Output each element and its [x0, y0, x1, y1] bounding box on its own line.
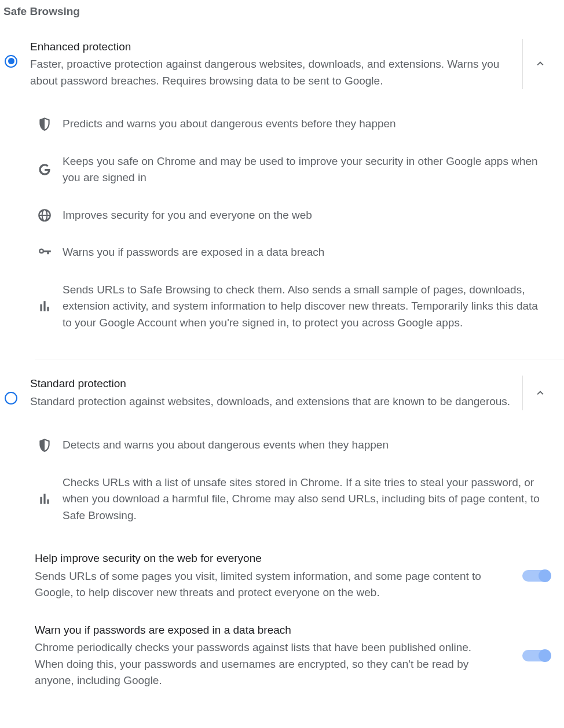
radio-standard[interactable] — [5, 392, 17, 405]
option-enhanced: Enhanced protection Faster, proactive pr… — [2, 36, 564, 348]
feature-row: Warns you if passwords are exposed in a … — [37, 234, 550, 271]
expand-toggle-enhanced[interactable] — [522, 39, 557, 90]
option-standard: Standard protection Standard protection … — [2, 373, 564, 540]
feature-row: Detects and warns you about dangerous ev… — [37, 426, 550, 464]
option-body: Standard protection Standard protection … — [30, 376, 522, 410]
toggle-title: Warn you if passwords are exposed in a d… — [35, 622, 499, 639]
radio-enhanced[interactable] — [5, 55, 17, 68]
feature-text: Sends URLs to Safe Browsing to check the… — [63, 282, 550, 332]
chevron-up-icon — [534, 57, 547, 70]
option-title: Enhanced protection — [30, 39, 518, 56]
bar-chart-icon — [37, 299, 63, 314]
feature-text: Improves security for you and everyone o… — [63, 207, 550, 224]
shield-icon — [37, 116, 63, 131]
google-g-icon — [37, 162, 63, 177]
option-header-standard[interactable]: Standard protection Standard protection … — [2, 376, 564, 410]
section-title: Safe Browsing — [2, 2, 564, 36]
chevron-up-icon — [534, 387, 547, 399]
feature-row: Predicts and warns you about dangerous e… — [37, 105, 550, 143]
option-desc: Standard protection against websites, do… — [30, 394, 518, 410]
option-header-enhanced[interactable]: Enhanced protection Faster, proactive pr… — [2, 39, 564, 90]
expand-toggle-standard[interactable] — [522, 376, 557, 410]
toggle-desc: Sends URLs of some pages you visit, limi… — [35, 568, 499, 601]
shield-icon — [37, 437, 63, 453]
radio-wrap — [5, 376, 30, 405]
feature-list-enhanced: Predicts and warns you about dangerous e… — [2, 89, 564, 347]
toggle-desc: Chrome periodically checks your password… — [35, 639, 499, 689]
radio-wrap — [5, 39, 30, 68]
toggle-body: Warn you if passwords are exposed in a d… — [35, 622, 522, 689]
toggle-title: Help improve security on the web for eve… — [35, 550, 499, 567]
toggle-body: Help improve security on the web for eve… — [35, 550, 522, 601]
feature-text: Checks URLs with a list of unsafe sites … — [63, 475, 550, 524]
feature-text: Predicts and warns you about dangerous e… — [63, 116, 550, 133]
key-icon — [37, 245, 63, 260]
bar-chart-icon — [37, 491, 63, 506]
option-title: Standard protection — [30, 376, 518, 392]
divider — [35, 359, 564, 359]
toggle-switch-help-improve[interactable] — [522, 570, 550, 582]
toggle-switch-password-breach[interactable] — [522, 650, 550, 661]
globe-icon — [37, 208, 63, 223]
feature-text: Warns you if passwords are exposed in a … — [63, 244, 550, 261]
toggle-help-improve: Help improve security on the web for eve… — [2, 540, 564, 612]
feature-row: Improves security for you and everyone o… — [37, 197, 550, 234]
feature-text: Detects and warns you about dangerous ev… — [63, 437, 550, 454]
feature-row: Checks URLs with a list of unsafe sites … — [37, 464, 550, 535]
feature-row: Sends URLs to Safe Browsing to check the… — [37, 271, 550, 342]
option-desc: Faster, proactive protection against dan… — [30, 56, 518, 89]
feature-text: Keeps you safe on Chrome and may be used… — [63, 153, 550, 186]
option-body: Enhanced protection Faster, proactive pr… — [30, 39, 522, 90]
toggle-password-breach: Warn you if passwords are exposed in a d… — [2, 612, 564, 700]
feature-list-standard: Detects and warns you about dangerous ev… — [2, 410, 564, 540]
feature-row: Keeps you safe on Chrome and may be used… — [37, 143, 550, 197]
